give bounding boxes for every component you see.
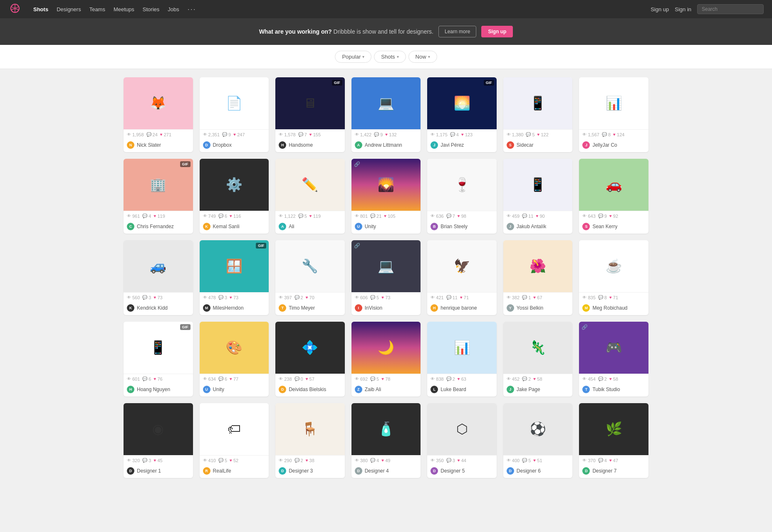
- author-name[interactable]: Luke Beard: [440, 387, 466, 392]
- shot-card[interactable]: 💠 👁 238 💬 0 ♥ 57 D Deividas Bielskis: [275, 322, 345, 397]
- shot-card[interactable]: ⬡ 👁 350 💬 3 ♥ 44 D Designer 5: [427, 403, 497, 478]
- author-name[interactable]: Jake Page: [517, 387, 540, 392]
- author-name[interactable]: Hoang Nguyen: [137, 387, 170, 392]
- author-name[interactable]: Javi Pérez: [440, 142, 464, 148]
- author-name[interactable]: Tubik Studio: [592, 387, 620, 392]
- author-name[interactable]: Ali: [289, 224, 294, 229]
- shot-card[interactable]: 📱 GIF 👁 601 💬 6 ♥ 76 H Hoang Nguyen: [124, 322, 193, 397]
- author-name[interactable]: Meg Robichaud: [592, 305, 627, 311]
- shot-card[interactable]: 🪟 GIF 👁 478 💬 3 ♥ 73 M MilesHerndon: [200, 240, 269, 315]
- shot-stats: 👁 692 💬 5 ♥ 78: [351, 374, 421, 383]
- eye-icon: 👁: [279, 214, 283, 218]
- nav-signin[interactable]: Sign in: [675, 6, 691, 12]
- learn-more-button[interactable]: Learn more: [438, 26, 476, 37]
- shot-card[interactable]: 🦎 👁 452 💬 2 ♥ 58 J Jake Page: [503, 322, 573, 397]
- author-name[interactable]: Unity: [365, 224, 376, 229]
- author-name[interactable]: Designer 3: [289, 468, 313, 474]
- filter-popular[interactable]: Popular ▾: [335, 51, 371, 63]
- likes-count: ♥ 45: [153, 458, 162, 463]
- shot-card[interactable]: 🚙 👁 560 💬 3 ♥ 73 K Kendrick Kidd: [124, 240, 193, 315]
- shot-card[interactable]: 📱 👁 459 💬 11 ♥ 90 J Jakub Antalík: [503, 159, 573, 234]
- shot-card[interactable]: 💻 🔗 👁 606 💬 5 ♥ 73 I InVision: [351, 240, 421, 315]
- author-name[interactable]: Sidecar: [517, 142, 534, 148]
- shot-card[interactable]: 🪑 👁 290 💬 2 ♥ 38 D Designer 3: [275, 403, 345, 478]
- shot-card[interactable]: 🦊 👁 1,958 💬 24 ♥ 271 N Nick Slater: [124, 77, 193, 152]
- author-name[interactable]: InVision: [365, 305, 382, 311]
- shot-card[interactable]: 📊 👁 1,567 💬 8 ♥ 124 J JellyJar Co: [579, 77, 648, 152]
- filter-shots[interactable]: Shots ▾: [374, 51, 406, 63]
- shot-card[interactable]: 🦅 👁 421 💬 11 ♥ 71 H henrique barone: [427, 240, 497, 315]
- shot-card[interactable]: 🌿 👁 370 💬 4 ♥ 47 D Designer 7: [579, 403, 648, 478]
- shot-card[interactable]: 🌅 GIF 👁 1,175 💬 4 ♥ 123 J Javi Pérez: [427, 77, 497, 152]
- shot-card[interactable]: 📊 👁 838 💬 2 ♥ 63 L Luke Beard: [427, 322, 497, 397]
- author-name[interactable]: Designer 7: [592, 468, 616, 474]
- author-name[interactable]: Kendrick Kidd: [137, 305, 168, 311]
- author-name[interactable]: MilesHerndon: [213, 305, 244, 311]
- shot-card[interactable]: 🎮 🔗 👁 454 💬 2 ♥ 58 T Tubik Studio: [579, 322, 648, 397]
- shot-thumb-content: 📊: [427, 322, 497, 374]
- shot-card[interactable]: ◉ 👁 320 💬 3 ♥ 45 D Designer 1: [124, 403, 193, 478]
- shot-card[interactable]: 💻 👁 1,422 💬 9 ♥ 132 A Andrew Littmann: [351, 77, 421, 152]
- heart-icon: ♥: [458, 214, 460, 218]
- heart-icon: ♥: [381, 377, 384, 381]
- avatar: I: [355, 304, 362, 312]
- nav-more[interactable]: ···: [188, 5, 196, 14]
- author-name[interactable]: Brian Steely: [440, 224, 468, 229]
- shot-card[interactable]: 🍷 👁 636 💬 7 ♥ 98 B Brian Steely: [427, 159, 497, 234]
- shot-card[interactable]: 🏢 GIF 👁 961 💬 4 ♥ 119 C Chris Fernandez: [124, 159, 193, 234]
- likes-count: ♥ 122: [537, 132, 549, 137]
- shot-card[interactable]: 🌙 👁 692 💬 5 ♥ 78 Z Zaib Ali: [351, 322, 421, 397]
- nav-teams[interactable]: Teams: [89, 6, 105, 12]
- filter-now[interactable]: Now ▾: [408, 51, 437, 63]
- views-count: 👁 601: [127, 377, 140, 382]
- shot-card[interactable]: 🚗 👁 643 💬 9 ♥ 92 S Sean Kerry: [579, 159, 648, 234]
- author-name[interactable]: Designer 6: [517, 468, 541, 474]
- shot-card[interactable]: 📄 👁 2,351 💬 9 ♥ 247 D Dropbox: [200, 77, 269, 152]
- author-name[interactable]: Sean Kerry: [592, 224, 617, 229]
- shot-card[interactable]: ✏️ 👁 1,122 💬 5 ♥ 119 A Ali: [275, 159, 345, 234]
- author-name[interactable]: Yossi Belkin: [517, 305, 543, 311]
- author-name[interactable]: Timo Meyer: [289, 305, 315, 311]
- logo[interactable]: [8, 3, 22, 15]
- shot-card[interactable]: ☕ 👁 835 💬 8 ♥ 71 M Meg Robichaud: [579, 240, 648, 315]
- shot-card[interactable]: ⚙️ 👁 749 💬 6 ♥ 116 K Kemal Sanli: [200, 159, 269, 234]
- author-name[interactable]: Kemal Sanli: [213, 224, 240, 229]
- shot-card[interactable]: ⚽ 👁 400 💬 5 ♥ 51 D Designer 6: [503, 403, 573, 478]
- shot-stats: 👁 454 💬 2 ♥ 58: [579, 374, 648, 383]
- shot-card[interactable]: 🖥 GIF 👁 1,578 💬 7 ♥ 155 H Handsome: [275, 77, 345, 152]
- nav-jobs[interactable]: Jobs: [168, 6, 179, 12]
- nav-signup[interactable]: Sign up: [651, 6, 669, 12]
- nav-designers[interactable]: Designers: [57, 6, 81, 12]
- shot-card[interactable]: 🧴 👁 380 💬 4 ♥ 49 D Designer 4: [351, 403, 421, 478]
- author-name[interactable]: Dropbox: [213, 142, 232, 148]
- shot-card[interactable]: 📱 👁 1,380 💬 5 ♥ 122 S Sidecar: [503, 77, 573, 152]
- author-name[interactable]: Chris Fernandez: [137, 224, 174, 229]
- shot-card[interactable]: 🔧 👁 397 💬 2 ♥ 70 T Timo Meyer: [275, 240, 345, 315]
- banner-signup-button[interactable]: Sign up: [481, 26, 513, 37]
- author-name[interactable]: JellyJar Co: [592, 142, 617, 148]
- shot-card[interactable]: 🎨 👁 634 💬 6 ♥ 77 U Unity: [200, 322, 269, 397]
- author-name[interactable]: Unity: [213, 387, 224, 392]
- nav-shots[interactable]: Shots: [33, 6, 48, 12]
- author-name[interactable]: Zaib Ali: [365, 387, 381, 392]
- search-input[interactable]: [697, 4, 764, 14]
- author-name[interactable]: Andrew Littmann: [365, 142, 402, 148]
- author-name[interactable]: RealLife: [213, 468, 231, 474]
- author-name[interactable]: Nick Slater: [137, 142, 161, 148]
- author-name[interactable]: henrique barone: [440, 305, 477, 311]
- shot-stats: 👁 961 💬 4 ♥ 119: [124, 211, 193, 220]
- shot-thumbnail: ⚽: [503, 403, 573, 455]
- author-name[interactable]: Designer 1: [137, 468, 161, 474]
- author-name[interactable]: Handsome: [289, 142, 313, 148]
- shot-card[interactable]: 🏷 👁 410 💬 5 ♥ 52 R RealLife: [200, 403, 269, 478]
- shot-info: Y Yossi Belkin: [503, 302, 573, 315]
- shot-card[interactable]: 🌄 🔗 👁 801 💬 21 ♥ 105 U Unity: [351, 159, 421, 234]
- author-name[interactable]: Designer 4: [365, 468, 389, 474]
- nav-stories[interactable]: Stories: [143, 6, 159, 12]
- author-name[interactable]: Designer 5: [440, 468, 465, 474]
- nav-meetups[interactable]: Meetups: [114, 6, 134, 12]
- author-name[interactable]: Jakub Antalík: [517, 224, 546, 229]
- comment-icon: 💬: [142, 458, 147, 463]
- shot-card[interactable]: 🌺 👁 382 💬 1 ♥ 67 Y Yossi Belkin: [503, 240, 573, 315]
- author-name[interactable]: Deividas Bielskis: [289, 387, 326, 392]
